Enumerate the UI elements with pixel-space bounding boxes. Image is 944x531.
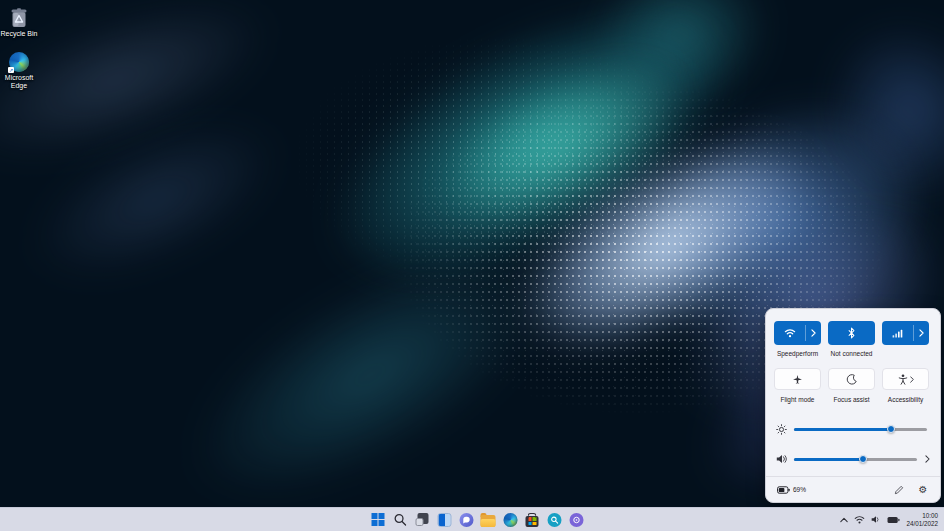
tray-battery-icon[interactable] [887, 516, 900, 524]
purple-app-icon [569, 513, 583, 527]
cellular-icon [882, 321, 913, 345]
chat-button[interactable] [459, 512, 474, 527]
desktop-screen: Recycle Bin ↗ Microsoft Edge [0, 0, 944, 531]
quick-settings-actions: ⚙ [893, 484, 929, 496]
pencil-icon[interactable] [893, 484, 905, 496]
volume-slider[interactable] [794, 458, 917, 461]
edge-button[interactable] [503, 512, 518, 527]
volume-slider-row [774, 451, 932, 467]
taskbar-app-icons [371, 508, 584, 531]
focus-assist-tile[interactable] [828, 368, 875, 390]
accessibility-icon [898, 374, 908, 385]
taskbar: 10:00 24/01/2022 [0, 507, 944, 531]
brightness-icon [774, 424, 789, 435]
teal-search-app-icon [547, 513, 561, 527]
airplane-icon [792, 374, 803, 385]
bluetooth-tile-label: Not connected [828, 350, 875, 357]
teal-search-app-button[interactable] [547, 512, 562, 527]
moon-icon [846, 374, 857, 385]
cellular-expand-chevron[interactable] [914, 321, 929, 345]
cellular-tile-label [882, 350, 929, 357]
volume-slider-thumb[interactable] [859, 455, 867, 463]
focus-assist-label: Focus assist [828, 396, 875, 403]
battery-icon [777, 486, 790, 494]
wifi-icon [774, 321, 805, 345]
chat-icon [459, 513, 473, 527]
brightness-slider-row [774, 421, 932, 437]
purple-app-button[interactable] [569, 512, 584, 527]
edge-icon [503, 513, 517, 527]
toggle-row-labels: Speedperform Not connected [774, 350, 929, 357]
task-view-button[interactable] [415, 512, 430, 527]
battery-status[interactable]: 69% [777, 486, 806, 494]
quick-settings-footer: 69% ⚙ [766, 476, 940, 502]
brightness-slider-fill [794, 428, 891, 431]
shortcut-arrow-badge: ↗ [8, 67, 14, 73]
desktop-icon-label: Microsoft Edge [0, 74, 39, 90]
quick-settings-toggle-row-2 [774, 368, 929, 390]
wifi-tile-label: Speedperform [774, 350, 821, 357]
brightness-slider[interactable] [794, 428, 927, 431]
start-button[interactable] [371, 512, 386, 527]
accessibility-expand-chevron[interactable] [910, 376, 914, 383]
microsoft-store-button[interactable] [525, 512, 540, 527]
desktop-icon-microsoft-edge[interactable]: ↗ Microsoft Edge [0, 52, 41, 90]
toggle-row-2-labels: Flight mode Focus assist Accessibility [774, 396, 929, 403]
windows-logo-icon [372, 513, 385, 526]
bluetooth-tile[interactable] [828, 321, 875, 345]
desktop-icon-label: Recycle Bin [1, 30, 38, 38]
search-button[interactable] [393, 512, 408, 527]
flight-mode-label: Flight mode [774, 396, 821, 403]
accessibility-tile[interactable] [882, 368, 929, 390]
tray-wifi-icon[interactable] [854, 515, 865, 524]
widgets-icon [437, 513, 451, 527]
brightness-slider-thumb[interactable] [887, 425, 895, 433]
wifi-tile[interactable] [774, 321, 821, 345]
quick-settings-toggle-row [774, 321, 929, 345]
gear-icon[interactable]: ⚙ [917, 484, 929, 496]
cellular-tile[interactable] [882, 321, 929, 345]
recycle-bin-icon [8, 6, 30, 28]
speaker-icon [774, 454, 789, 464]
flight-mode-tile[interactable] [774, 368, 821, 390]
wifi-expand-chevron[interactable] [806, 321, 821, 345]
battery-percent-label: 69% [793, 486, 806, 493]
file-explorer-icon [481, 515, 496, 527]
desktop-icon-recycle-bin[interactable]: Recycle Bin [0, 6, 41, 38]
clock[interactable]: 10:00 24/01/2022 [906, 512, 941, 527]
task-view-icon [416, 513, 429, 526]
clock-date: 24/01/2022 [906, 520, 938, 528]
widgets-button[interactable] [437, 512, 452, 527]
bluetooth-icon [828, 321, 875, 345]
quick-settings-panel: Speedperform Not connected [765, 308, 941, 503]
accessibility-label: Accessibility [882, 396, 929, 403]
tray-volume-icon[interactable] [871, 515, 881, 524]
volume-output-chevron[interactable] [922, 455, 932, 463]
edge-icon: ↗ [9, 52, 29, 72]
file-explorer-button[interactable] [481, 512, 496, 527]
clock-time: 10:00 [906, 512, 938, 520]
search-icon [394, 513, 407, 526]
system-tray: 10:00 24/01/2022 [840, 508, 941, 531]
microsoft-store-icon [526, 516, 539, 527]
volume-slider-fill [794, 458, 863, 461]
hidden-icons-chevron[interactable] [840, 517, 848, 523]
